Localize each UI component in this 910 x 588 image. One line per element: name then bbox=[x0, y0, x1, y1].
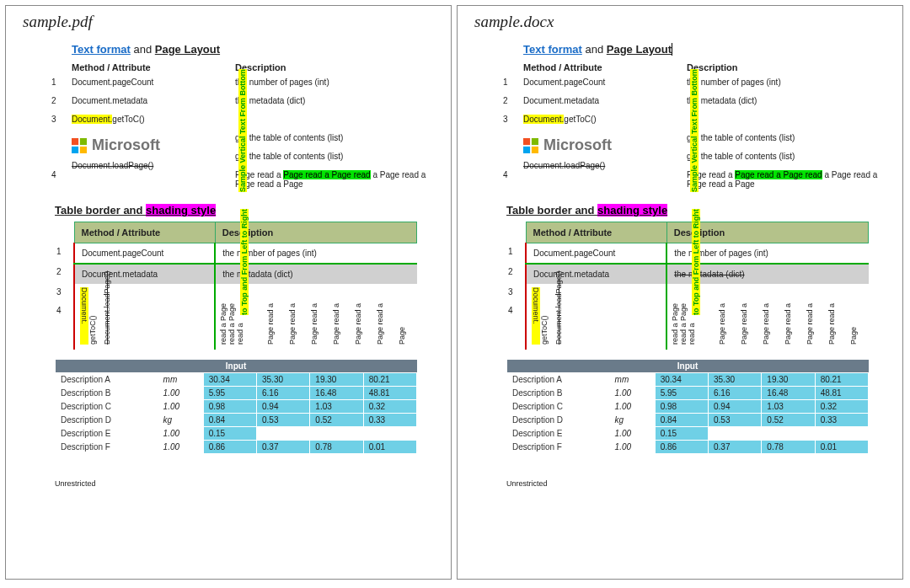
table-row: Description D kg0.840.530.520.33 bbox=[56, 414, 417, 427]
method-table-1: Sample Vertical Text From Bottom to Top … bbox=[503, 62, 887, 189]
svg-rect-7 bbox=[532, 146, 538, 152]
method-table-1: Sample Vertical Text From Bottom to Top … bbox=[51, 62, 436, 189]
table-row: Description C 1.000.980.941.030.32 bbox=[56, 400, 417, 414]
data-cell: 1.03 bbox=[310, 400, 363, 414]
table-row: Description E 1.000.15 bbox=[56, 427, 417, 441]
data-cell bbox=[257, 427, 310, 441]
data-cell: 0.37 bbox=[709, 441, 762, 454]
table-row: Description A mm30.3435.3019.3080.21 bbox=[56, 373, 417, 387]
data-cell: 30.34 bbox=[203, 373, 256, 387]
data-cell: 0.53 bbox=[257, 414, 310, 427]
data-cell: 6.16 bbox=[257, 387, 310, 400]
table-row: Description F 1.000.860.370.780.01 bbox=[507, 441, 869, 454]
data-cell: 0.32 bbox=[815, 400, 868, 414]
table-row: Description B 1.005.956.1616.4848.81 bbox=[56, 387, 417, 400]
doc-tab: sample.pdf bbox=[23, 13, 436, 31]
data-cell: 19.30 bbox=[310, 373, 363, 387]
cell-method: Document.pageCount bbox=[72, 78, 206, 96]
data-cell: 0.53 bbox=[709, 414, 762, 427]
footer-label: Unrestricted bbox=[55, 479, 436, 488]
data-cell: 0.33 bbox=[815, 414, 868, 427]
section-heading-1: Text format and Page Layout bbox=[523, 43, 887, 56]
data-cell: 30.34 bbox=[655, 373, 708, 387]
table-row: Description C 1.000.980.941.030.32 bbox=[507, 400, 869, 414]
table-row: Description A mm30.3435.3019.3080.21 bbox=[507, 373, 869, 387]
right-page: sample.docx Text format and Page Layout … bbox=[457, 5, 903, 580]
data-cell: 0.15 bbox=[655, 427, 708, 441]
table-row: Description E 1.000.15 bbox=[507, 427, 869, 441]
styled-table: Method / AttributeDescription 1Document.… bbox=[55, 222, 417, 350]
data-cell: 48.81 bbox=[363, 387, 416, 400]
data-cell: 0.86 bbox=[655, 441, 708, 454]
data-cell: 0.98 bbox=[655, 400, 708, 414]
data-cell: 80.21 bbox=[815, 373, 868, 387]
data-cell bbox=[815, 427, 868, 441]
col-method-header: Method / Attribute bbox=[72, 62, 206, 78]
data-cell bbox=[363, 427, 416, 441]
svg-rect-6 bbox=[523, 146, 530, 152]
vertical-text: Sample Vertical Text From Bottom to Top … bbox=[238, 69, 249, 315]
data-cell: 16.48 bbox=[310, 387, 363, 400]
data-cell: 0.01 bbox=[363, 441, 416, 454]
data-cell: 19.30 bbox=[762, 373, 815, 387]
data-cell: 16.48 bbox=[762, 387, 815, 400]
data-cell: 1.03 bbox=[762, 400, 815, 414]
data-cell bbox=[310, 427, 363, 441]
data-cell: 35.30 bbox=[709, 373, 762, 387]
input-table: Input Description A mm30.3435.3019.3080.… bbox=[55, 360, 417, 454]
data-cell: 80.21 bbox=[363, 373, 416, 387]
heading-link: Text format bbox=[72, 43, 131, 56]
table-row: Description B 1.005.956.1616.4848.81 bbox=[507, 387, 869, 400]
data-cell: 5.95 bbox=[203, 387, 256, 400]
data-cell: 0.52 bbox=[310, 414, 363, 427]
data-cell: 0.15 bbox=[203, 427, 256, 441]
vertical-text: Sample Vertical Text From Bottom to Top … bbox=[690, 69, 700, 315]
data-cell: 35.30 bbox=[257, 373, 310, 387]
col-desc-header: Description bbox=[235, 62, 436, 78]
data-cell: 0.33 bbox=[363, 414, 416, 427]
data-cell: 0.01 bbox=[815, 441, 868, 454]
svg-rect-1 bbox=[80, 138, 87, 145]
data-cell: 6.16 bbox=[709, 387, 762, 400]
data-cell: 0.94 bbox=[709, 400, 762, 414]
data-cell: 0.98 bbox=[203, 400, 256, 414]
svg-rect-0 bbox=[72, 138, 78, 145]
data-cell bbox=[762, 427, 815, 441]
data-cell: 0.78 bbox=[310, 441, 363, 454]
input-table: Input Description A mm30.3435.3019.3080.… bbox=[506, 360, 869, 454]
svg-rect-4 bbox=[523, 138, 530, 145]
table-row: Description D kg0.840.530.520.33 bbox=[507, 414, 869, 427]
data-cell: 0.52 bbox=[762, 414, 815, 427]
footer-label: Unrestricted bbox=[506, 479, 887, 488]
data-cell: 0.94 bbox=[257, 400, 310, 414]
section-heading-1: Text format and Page Layout bbox=[72, 43, 436, 56]
data-cell: 5.95 bbox=[655, 387, 708, 400]
col-desc-header: Description bbox=[687, 62, 887, 78]
data-cell: 0.32 bbox=[363, 400, 416, 414]
cell-method: Document.pageCount bbox=[523, 78, 658, 96]
comparison-container: sample.pdf Text format and Page Layout S… bbox=[5, 5, 905, 580]
microsoft-logo: Microsoft bbox=[72, 136, 206, 154]
svg-rect-2 bbox=[72, 146, 78, 152]
doc-tab: sample.docx bbox=[474, 13, 887, 31]
styled-table: Method / AttributeDescription 1Document.… bbox=[506, 222, 869, 350]
data-cell: 0.84 bbox=[655, 414, 708, 427]
data-cell: 48.81 bbox=[815, 387, 868, 400]
col-method-header: Method / Attribute bbox=[523, 62, 658, 78]
left-page: sample.pdf Text format and Page Layout S… bbox=[5, 5, 452, 580]
data-cell bbox=[709, 427, 762, 441]
data-cell: 0.86 bbox=[203, 441, 256, 454]
svg-rect-5 bbox=[532, 138, 538, 145]
table-row: Description F 1.000.860.370.780.01 bbox=[56, 441, 417, 454]
data-cell: 0.78 bbox=[762, 441, 815, 454]
svg-rect-3 bbox=[80, 146, 87, 152]
data-cell: 0.84 bbox=[203, 414, 256, 427]
heading-link: Text format bbox=[523, 43, 582, 56]
data-cell: 0.37 bbox=[257, 441, 310, 454]
microsoft-logo: Microsoft bbox=[523, 136, 658, 154]
